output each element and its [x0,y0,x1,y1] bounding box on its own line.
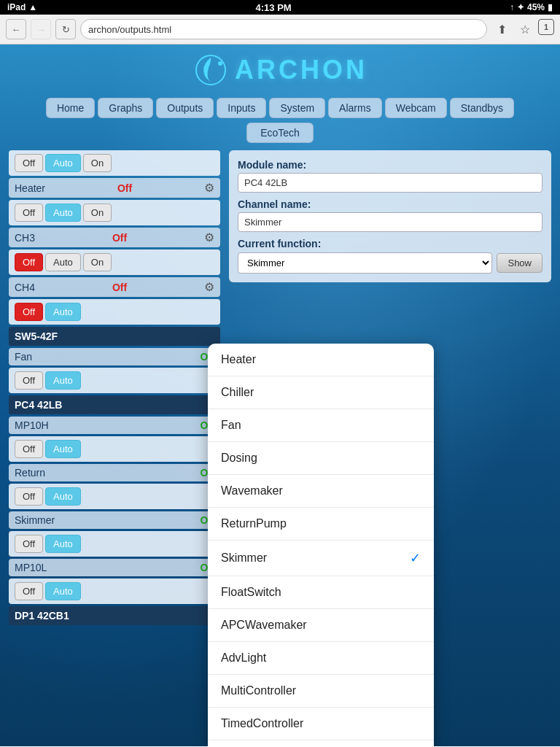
heater-status: Off [117,182,132,194]
mp10l-name: MP10L [15,562,47,573]
device-row-8: Off Auto [9,531,220,557]
controls-5: Off Auto [15,371,81,390]
off-btn-5[interactable]: Off [15,371,43,390]
off-btn-7[interactable]: Off [15,487,43,506]
nav-alarms[interactable]: Alarms [328,98,382,118]
ch3-gear-icon[interactable]: ⚙ [204,231,214,244]
nav-outputs[interactable]: Outputs [156,98,214,118]
controls-7: Off Auto [15,487,81,506]
dropdown-item-advlight[interactable]: AdvLight [208,642,434,675]
controls-3: Off Auto On [15,253,112,271]
off-btn-6[interactable]: Off [15,440,43,458]
device-row-6: Off Auto [9,436,220,462]
nav-graphs[interactable]: Graphs [98,98,153,118]
nav-inputs[interactable]: Inputs [217,98,266,118]
module-input[interactable] [238,173,542,193]
wifi-icon: ▲ [28,2,37,12]
dropdown-item-mlc[interactable]: MLC [208,740,434,746]
dropdown-item-heater[interactable]: Heater [208,344,434,376]
off-btn-3[interactable]: Off [15,253,43,271]
skimmer-label-row: Skimmer On [9,511,220,529]
dropdown-item-apcwavemaker[interactable]: APCWavemaker [208,609,434,642]
device-row-2: Off Auto On [9,200,220,225]
mp10l-label-row: MP10L On [9,559,220,576]
dropdown-item-skimmer[interactable]: Skimmer ✓ [208,541,434,576]
reload-button[interactable]: ↻ [55,19,76,39]
function-label: Current function: [238,238,542,249]
ch4-name: CH4 [15,282,35,293]
status-left: iPad ▲ [7,2,37,12]
auto-btn-1[interactable]: Auto [45,154,81,172]
logo-container: ARCHON [0,52,560,88]
bluetooth-icon: ✦ [517,2,524,12]
device-panel: Off Auto On Heater Off ⚙ Off Auto On [9,150,220,729]
off-btn-1[interactable]: Off [15,154,43,172]
dropdown-item-floatswitch[interactable]: FloatSwitch [208,576,434,609]
browser-actions: ⬆ ☆ 1 [491,19,554,39]
auto-btn-2[interactable]: Auto [45,204,81,222]
forward-button[interactable]: → [31,19,51,39]
heater-name: Heater [15,182,45,194]
share-button[interactable]: ⬆ [491,19,512,39]
tab-count[interactable]: 1 [538,19,554,35]
auto-btn-3[interactable]: Auto [45,253,81,271]
function-select[interactable]: Skimmer [238,252,492,274]
ch3-status: Off [112,232,127,244]
auto-btn-9[interactable]: Auto [45,582,81,600]
auto-btn-6[interactable]: Auto [45,440,81,458]
controls-2: Off Auto On [15,204,112,222]
off-btn-2[interactable]: Off [15,204,43,222]
ch3-label-row: CH3 Off ⚙ [9,228,220,247]
header-area: ARCHON [0,44,560,92]
info-panel: Module name: Channel name: Current funct… [229,150,551,282]
channel-input[interactable] [238,212,542,232]
device-row-7: Off Auto [9,484,220,509]
on-btn-2[interactable]: On [83,204,112,222]
mp10h-label-row: MP10H On [9,417,220,434]
browser-chrome: ← → ↻ ⬆ ☆ 1 [0,15,560,44]
dropdown-item-timedcontroller[interactable]: TimedController [208,708,434,740]
off-btn-4[interactable]: Off [15,303,43,321]
nav-webcam[interactable]: Webcam [385,98,447,118]
dropdown-item-chiller[interactable]: Chiller [208,376,434,409]
nav-ecotech[interactable]: EcoTech [246,123,314,143]
dropdown-item-fan[interactable]: Fan [208,409,434,442]
clock: 4:13 PM [256,2,292,13]
function-dropdown[interactable]: Heater Chiller Fan Dosing Wavemaker Retu… [208,344,434,746]
device-row-3: Off Auto On [9,249,220,275]
back-button[interactable]: ← [6,19,26,39]
arrow-icon: ↑ [510,2,514,12]
nav-home[interactable]: Home [46,98,95,118]
on-btn-1[interactable]: On [83,154,112,172]
dropdown-item-dosing[interactable]: Dosing [208,442,434,475]
device-row-4: Off Auto [9,299,220,325]
nav-bar-2: EcoTech [0,121,560,147]
skimmer-name: Skimmer [15,514,55,526]
url-bar[interactable] [80,19,487,39]
show-button[interactable]: Show [497,253,542,273]
controls-6: Off Auto [15,440,81,458]
ch4-gear-icon[interactable]: ⚙ [204,280,214,294]
device-row-9: Off Auto [9,578,220,604]
controls-1: Off Auto On [15,154,112,172]
dropdown-item-wavemaker[interactable]: Wavemaker [208,475,434,508]
dropdown-item-returnpump[interactable]: ReturnPump [208,508,434,541]
nav-standbys[interactable]: Standbys [450,98,514,118]
battery-icon: ▮ [548,2,553,12]
bookmark-button[interactable]: ☆ [515,19,535,39]
heater-gear-icon[interactable]: ⚙ [204,181,214,195]
channel-label: Channel name: [238,198,542,210]
auto-btn-5[interactable]: Auto [45,371,81,390]
nav-system[interactable]: System [269,98,325,118]
dropdown-item-multicontroller[interactable]: MultiController [208,675,434,708]
on-btn-3[interactable]: On [83,253,112,271]
off-btn-8[interactable]: Off [15,535,43,553]
auto-btn-8[interactable]: Auto [45,535,81,553]
auto-btn-4[interactable]: Auto [45,303,81,321]
nav-bar: Home Graphs Outputs Inputs System Alarms… [0,92,560,121]
ch4-status: Off [112,282,127,293]
return-name: Return [15,467,45,479]
auto-btn-7[interactable]: Auto [45,487,81,506]
off-btn-9[interactable]: Off [15,582,43,600]
fan-name: Fan [15,351,32,363]
